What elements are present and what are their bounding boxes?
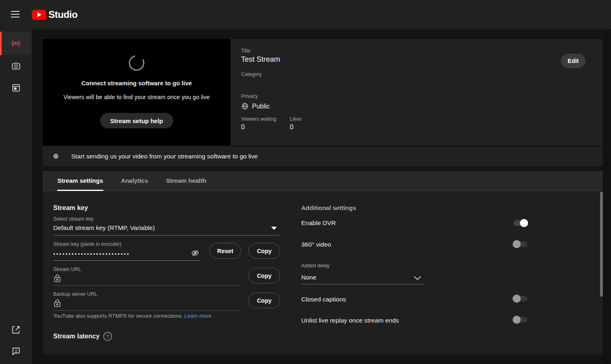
backup-url-field[interactable] xyxy=(53,296,241,311)
360-video-label: 360° video xyxy=(301,241,331,248)
stream-latency-heading: Stream latency xyxy=(53,333,100,340)
privacy-value-row: Public xyxy=(241,102,270,110)
sidebar-item-webcam[interactable] xyxy=(0,54,32,78)
added-delay-select[interactable]: None xyxy=(301,271,423,284)
chevron-down-icon xyxy=(413,276,422,280)
stream-key-field-label: Stream key (paste in encoder) xyxy=(53,241,121,247)
edit-button[interactable]: Edit xyxy=(561,54,585,68)
youtube-play-icon xyxy=(32,10,46,20)
help-icon[interactable]: ? xyxy=(103,332,113,341)
360-video-toggle[interactable] xyxy=(513,240,528,248)
status-dot-icon xyxy=(53,154,59,159)
stream-settings-panel: Stream key Select stream key Default str… xyxy=(43,191,603,355)
stream-key-heading: Stream key xyxy=(53,204,88,212)
additional-settings-heading: Additional settings xyxy=(301,204,356,211)
sidebar-item-feedback[interactable] xyxy=(0,339,32,363)
globe-icon xyxy=(241,102,249,110)
sidebar-item-open-in-new[interactable] xyxy=(0,318,32,342)
tab-stream-settings[interactable]: Stream settings xyxy=(48,171,112,191)
stream-overview-card: Connect streaming software to go live Vi… xyxy=(43,39,603,145)
caret-down-icon xyxy=(271,227,277,230)
eye-off-icon xyxy=(190,248,200,258)
stream-latency-row: Stream latency ? xyxy=(53,332,113,341)
unlist-replay-label: Unlist live replay once stream ends xyxy=(301,317,399,324)
loading-spinner-icon xyxy=(128,54,146,72)
copy-key-button[interactable]: Copy xyxy=(248,243,280,259)
right-gutter xyxy=(603,29,611,364)
tab-bar: Stream settings Analytics Stream health xyxy=(43,171,603,191)
viewers-waiting-value: 0 xyxy=(241,124,245,131)
stream-status-bar: Start sending us your video from your st… xyxy=(43,146,603,166)
enable-dvr-label: Enable DVR xyxy=(301,219,336,227)
sidebar-item-manage[interactable] xyxy=(0,76,32,99)
camera-icon xyxy=(11,61,21,71)
topbar: Studio xyxy=(0,0,611,29)
select-stream-key-label: Select stream key xyxy=(53,216,93,222)
status-message: Start sending us your video from your st… xyxy=(71,146,258,166)
lock-icon xyxy=(53,273,61,284)
sidebar-item-live[interactable] xyxy=(0,32,32,55)
viewers-find-message: Viewers will be able to find your stream… xyxy=(43,94,230,100)
tab-analytics[interactable]: Analytics xyxy=(112,171,157,191)
added-delay-label: Added delay xyxy=(301,263,330,269)
stream-key-select-value: Default stream key (RTMP, Variable) xyxy=(53,222,279,234)
enable-dvr-toggle[interactable] xyxy=(513,219,528,227)
rtmps-note: YouTube also supports RTMPS for secure c… xyxy=(53,313,211,319)
stream-url-field[interactable] xyxy=(53,271,241,286)
closed-captions-toggle[interactable] xyxy=(513,295,528,303)
menu-hamburger-icon[interactable] xyxy=(11,11,21,18)
closed-captions-label: Closed captions xyxy=(301,296,346,303)
likes-label: Likes xyxy=(290,116,302,122)
learn-more-link[interactable]: Learn more xyxy=(185,313,211,319)
external-link-icon xyxy=(11,325,21,335)
privacy-label: Privacy xyxy=(241,93,258,99)
stream-key-field[interactable]: ••••••••••••••••••••••••• xyxy=(53,249,200,261)
title-label: Title xyxy=(241,48,250,54)
panel-scrollbar-thumb[interactable] xyxy=(600,192,603,297)
likes-value: 0 xyxy=(290,124,294,131)
sidebar xyxy=(0,29,32,364)
lock-icon xyxy=(53,298,61,308)
tab-stream-health[interactable]: Stream health xyxy=(157,171,215,191)
toggle-key-visibility-button[interactable] xyxy=(190,248,200,258)
feedback-icon xyxy=(11,346,21,356)
youtube-studio-live-dashboard: Studio xyxy=(0,0,611,364)
reset-key-button[interactable]: Reset xyxy=(209,243,241,259)
category-label: Category xyxy=(241,72,262,77)
stream-title-value: Test Stream xyxy=(241,55,280,64)
privacy-value: Public xyxy=(252,103,270,110)
stream-setup-help-button[interactable]: Stream setup help xyxy=(100,113,173,128)
connect-software-message: Connect streaming software to go live xyxy=(43,80,230,87)
stream-key-select[interactable]: Default stream key (RTMP, Variable) xyxy=(53,222,279,236)
stream-details-pane: Title Test Stream Category Privacy Publi… xyxy=(230,39,603,145)
viewers-waiting-label: Viewers waiting xyxy=(241,116,276,122)
broadcast-icon xyxy=(11,38,21,49)
copy-stream-url-button[interactable]: Copy xyxy=(248,268,280,284)
svg-text:?: ? xyxy=(106,334,109,340)
calendar-icon xyxy=(11,82,21,93)
copy-backup-url-button[interactable]: Copy xyxy=(248,292,280,308)
unlist-replay-toggle[interactable] xyxy=(513,316,528,324)
added-delay-value: None xyxy=(301,271,423,284)
stream-key-masked-value: ••••••••••••••••••••••••• xyxy=(53,249,200,260)
youtube-studio-logo[interactable]: Studio xyxy=(32,9,78,21)
brand-name: Studio xyxy=(48,9,78,20)
stream-preview-player: Connect streaming software to go live Vi… xyxy=(43,39,230,145)
